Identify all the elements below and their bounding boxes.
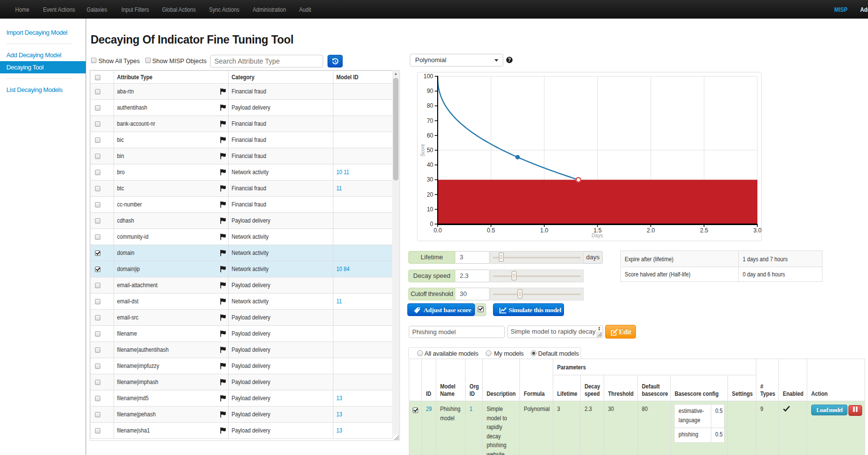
svg-text:60: 60 (427, 132, 434, 139)
svg-text:Days: Days (592, 233, 603, 238)
svg-text:70: 70 (427, 117, 434, 124)
svg-text:Score: Score (420, 144, 425, 157)
svg-text:100: 100 (423, 73, 433, 80)
svg-text:80: 80 (427, 102, 434, 109)
svg-text:90: 90 (427, 88, 434, 94)
svg-text:0.5: 0.5 (487, 227, 495, 234)
svg-text:30: 30 (427, 176, 434, 183)
svg-text:3.0: 3.0 (753, 227, 761, 234)
svg-text:2.5: 2.5 (700, 227, 708, 234)
svg-text:0: 0 (430, 221, 433, 228)
svg-text:0.0: 0.0 (434, 227, 442, 234)
svg-text:20: 20 (427, 191, 434, 198)
svg-text:40: 40 (427, 161, 434, 168)
svg-text:10: 10 (427, 206, 434, 213)
svg-text:1.0: 1.0 (540, 227, 548, 234)
svg-text:50: 50 (427, 147, 434, 154)
svg-text:2.0: 2.0 (647, 227, 655, 234)
